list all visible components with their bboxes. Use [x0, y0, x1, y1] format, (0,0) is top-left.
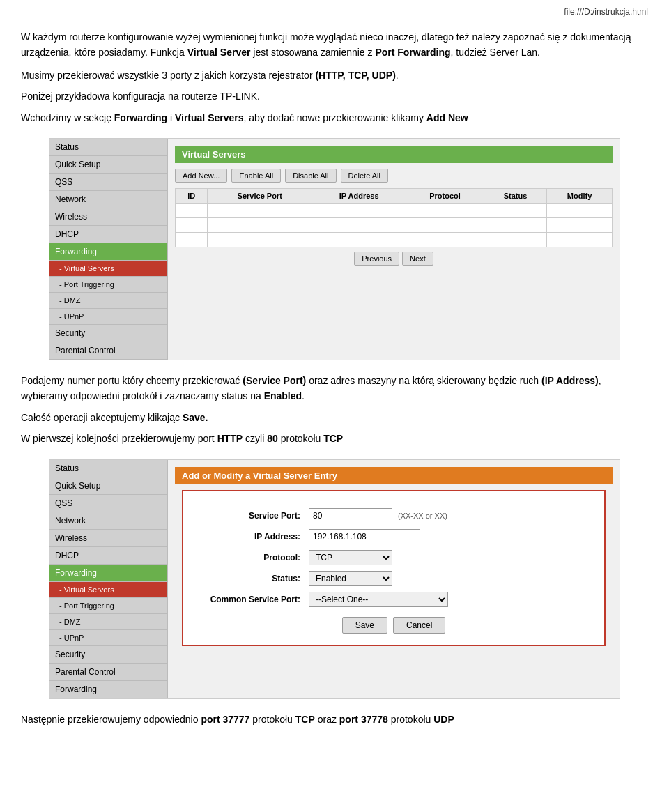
router-sidebar-1: Status Quick Setup QSS Network Wireless …	[49, 139, 168, 360]
col-protocol: Protocol	[406, 188, 484, 203]
ip-address-input[interactable]	[309, 529, 420, 544]
common-service-port-label: Common Service Port:	[197, 595, 309, 604]
sidebar-port-triggering-2[interactable]: - Port Triggering	[49, 598, 167, 614]
protocol-label: Protocol:	[197, 553, 309, 562]
ip-address-label: IP Address:	[197, 532, 309, 542]
intro-paragraph-4: Wchodzimy w sekcję Forwarding i Virtual …	[21, 110, 648, 125]
add-modify-title: Add or Modify a Virtual Server Entry	[175, 467, 613, 484]
col-service-port: Service Port	[208, 188, 312, 203]
sidebar-security-2[interactable]: Security	[49, 646, 167, 664]
service-port-input[interactable]	[309, 508, 392, 523]
screenshot-1: Status Quick Setup QSS Network Wireless …	[49, 138, 620, 360]
form-buttons: Save Cancel	[197, 617, 590, 634]
sidebar-dmz-1[interactable]: - DMZ	[49, 293, 167, 309]
status-label: Status:	[197, 574, 309, 583]
sidebar-quicksetup-1[interactable]: Quick Setup	[49, 156, 167, 174]
sidebar-quicksetup-2[interactable]: Quick Setup	[49, 477, 167, 495]
middle-paragraph-2: Całość operacji akceptujemy klikając Sav…	[21, 410, 648, 425]
enable-all-button[interactable]: Enable All	[231, 169, 281, 183]
table-row	[176, 217, 613, 232]
disable-all-button[interactable]: Disable All	[285, 169, 336, 183]
status-select[interactable]: Enabled Disabled	[309, 571, 392, 586]
protocol-select[interactable]: TCP UDP ALL	[309, 550, 392, 565]
sidebar-dhcp-1[interactable]: DHCP	[49, 226, 167, 243]
service-port-hint: (XX-XX or XX)	[398, 512, 447, 520]
sidebar-qss-1[interactable]: QSS	[49, 174, 167, 191]
pagination-row: Previous Next	[175, 252, 613, 266]
sidebar-wireless-1[interactable]: Wireless	[49, 208, 167, 226]
router-sidebar-2: Status Quick Setup QSS Network Wireless …	[49, 460, 168, 698]
virtual-servers-title: Virtual Servers	[175, 146, 613, 163]
router-main-2: Add or Modify a Virtual Server Entry Ser…	[168, 460, 620, 698]
cancel-button[interactable]: Cancel	[393, 617, 445, 634]
table-row	[176, 203, 613, 217]
sidebar-forwarding-1[interactable]: Forwarding	[49, 243, 167, 261]
service-port-label: Service Port:	[197, 511, 309, 521]
sidebar-virtual-servers-2[interactable]: - Virtual Servers	[49, 582, 167, 598]
next-button[interactable]: Next	[402, 252, 433, 266]
virtual-server-form: Service Port: (XX-XX or XX) IP Address: …	[182, 490, 606, 646]
delete-all-button[interactable]: Delete All	[341, 169, 388, 183]
service-port-row: Service Port: (XX-XX or XX)	[197, 508, 590, 523]
sidebar-port-triggering-1[interactable]: - Port Triggering	[49, 277, 167, 293]
file-path: file:///D:/instrukcja.html	[21, 7, 648, 17]
protocol-row: Protocol: TCP UDP ALL	[197, 550, 590, 565]
action-buttons-1: Add New... Enable All Disable All Delete…	[175, 169, 613, 183]
common-service-port-select[interactable]: --Select One--	[309, 592, 448, 607]
sidebar-dmz-2[interactable]: - DMZ	[49, 614, 167, 630]
middle-paragraph-1: Podajemy numer portu który chcemy przeki…	[21, 373, 648, 404]
col-modify: Modify	[547, 188, 613, 203]
sidebar-security-1[interactable]: Security	[49, 325, 167, 342]
sidebar-status-2[interactable]: Status	[49, 460, 167, 477]
intro-paragraph-1: W każdym routerze konfigurowanie wyżej w…	[21, 29, 648, 61]
sidebar-status-1[interactable]: Status	[49, 139, 167, 156]
router-main-1: Virtual Servers Add New... Enable All Di…	[168, 139, 620, 360]
intro-paragraph-3: Poniżej przykładowa konfiguracja na rout…	[21, 89, 648, 104]
screenshot-2: Status Quick Setup QSS Network Wireless …	[49, 459, 620, 699]
intro-paragraph-2: Musimy przekierować wszystkie 3 porty z …	[21, 68, 648, 83]
sidebar-upnp-1[interactable]: - UPnP	[49, 309, 167, 325]
sidebar-parental-2[interactable]: Parental Control	[49, 664, 167, 681]
virtual-servers-table: ID Service Port IP Address Protocol Stat…	[175, 188, 613, 247]
sidebar-forwarding-2[interactable]: Forwarding	[49, 565, 167, 582]
sidebar-parental-1[interactable]: Parental Control	[49, 342, 167, 360]
table-row	[176, 232, 613, 247]
col-ip-address: IP Address	[312, 188, 406, 203]
sidebar-network-1[interactable]: Network	[49, 191, 167, 208]
sidebar-upnp-2[interactable]: - UPnP	[49, 630, 167, 646]
add-new-button[interactable]: Add New...	[175, 169, 227, 183]
save-button[interactable]: Save	[342, 617, 387, 634]
previous-button[interactable]: Previous	[354, 252, 399, 266]
sidebar-dhcp-2[interactable]: DHCP	[49, 547, 167, 565]
sidebar-qss-2[interactable]: QSS	[49, 495, 167, 512]
sidebar-wireless-2[interactable]: Wireless	[49, 530, 167, 547]
middle-paragraph-3: W pierwszej kolejności przekierowujemy p…	[21, 431, 648, 446]
col-id: ID	[176, 188, 208, 203]
sidebar-network-2[interactable]: Network	[49, 512, 167, 530]
status-row: Status: Enabled Disabled	[197, 571, 590, 586]
sidebar-virtual-servers-1[interactable]: - Virtual Servers	[49, 261, 167, 277]
sidebar-extra-2[interactable]: Forwarding	[49, 681, 167, 698]
col-status: Status	[484, 188, 546, 203]
common-service-port-row: Common Service Port: --Select One--	[197, 592, 590, 607]
footer-paragraph: Następnie przekierowujemy odpowiednio po…	[21, 712, 648, 727]
ip-address-row: IP Address:	[197, 529, 590, 544]
